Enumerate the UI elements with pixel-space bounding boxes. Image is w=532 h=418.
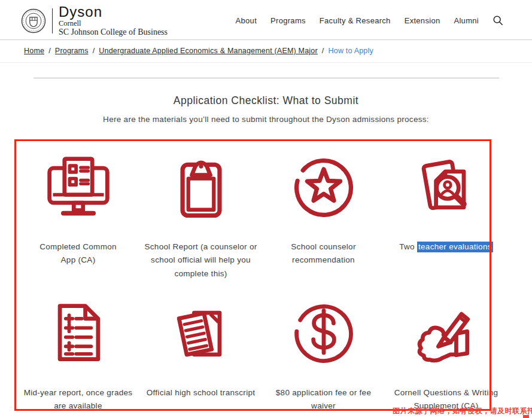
breadcrumb-divider xyxy=(0,62,532,63)
nav-item-extension[interactable]: Extension xyxy=(405,16,440,25)
logo-college: SC Johnson College of Business xyxy=(59,28,168,37)
watermark-fragment xyxy=(523,415,529,418)
checklist-caption: Mid-year report, once grades are availab… xyxy=(17,386,139,413)
checklist-item-common-app: Completed Common App (CA) xyxy=(17,153,139,299)
nav-item-faculty-research[interactable]: Faculty & Research xyxy=(320,16,391,25)
breadcrumb-programs[interactable]: Programs xyxy=(55,47,89,55)
header-divider xyxy=(0,39,532,40)
checklist-item-counselor-recommendation: School counselor recommendation xyxy=(262,153,385,299)
dyson-how-to-apply-page: Dyson Cornell SC Johnson College of Busi… xyxy=(0,0,532,418)
logo-university: Cornell xyxy=(59,19,168,28)
page-subtitle: Here are the materials you’ll need to su… xyxy=(0,115,532,124)
checklist-caption: School counselor recommendation xyxy=(281,240,366,267)
search-icon[interactable] xyxy=(493,15,503,26)
main-nav: About Programs Faculty & Research Extens… xyxy=(236,15,503,26)
checklist-item-writing-supplement: Cornell Questions & Writing Supplement (… xyxy=(385,299,507,413)
site-header: Dyson Cornell SC Johnson College of Busi… xyxy=(0,0,532,39)
checklist-item-midyear-report: Mid-year report, once grades are availab… xyxy=(17,299,139,413)
selected-text: teacher evaluations xyxy=(417,242,493,252)
dollar-circle-icon xyxy=(289,299,358,368)
caption-text: Two xyxy=(399,242,417,251)
checklist-caption: Completed Common App (CA) xyxy=(33,240,124,267)
nav-item-programs[interactable]: Programs xyxy=(270,16,306,25)
logo-brand: Dyson xyxy=(59,5,168,19)
checklist-item-teacher-evaluations: Two teacher evaluations xyxy=(385,153,507,299)
page-title: Application Checklist: What to Submit xyxy=(0,94,532,107)
checklist-caption: School Report (a counselor or school off… xyxy=(141,240,262,280)
clipboard-icon xyxy=(166,153,236,222)
checklist-item-transcript: Official high school transcript xyxy=(139,299,262,413)
document-search-icon xyxy=(412,153,481,222)
checklist-item-school-report: School Report (a counselor or school off… xyxy=(139,153,262,299)
checklist-item-application-fee: $80 application fee or fee waiver xyxy=(262,299,385,413)
watermark-text: 图片来源于网络，如有侵权，请及时联系托普仕留学删除 xyxy=(393,406,532,416)
breadcrumb-home[interactable]: Home xyxy=(24,47,44,55)
logo-text: Dyson Cornell SC Johnson College of Busi… xyxy=(59,5,168,37)
transcript-icon xyxy=(166,299,236,368)
breadcrumb-how-to-apply: How to Apply xyxy=(329,47,373,55)
breadcrumb-separator: / xyxy=(93,47,95,55)
breadcrumb-separator: / xyxy=(48,47,51,55)
star-circle-icon xyxy=(289,153,358,222)
dyson-logo[interactable]: Dyson Cornell SC Johnson College of Busi… xyxy=(20,5,168,37)
breadcrumb-separator: / xyxy=(322,47,324,55)
nav-item-alumni[interactable]: Alumni xyxy=(454,16,479,25)
logo-divider xyxy=(52,8,53,33)
breadcrumb-aem-major[interactable]: Undergraduate Applied Economics & Manage… xyxy=(99,47,318,55)
common-app-monitor-icon xyxy=(44,153,113,222)
checklist-caption: $80 application fee or fee waiver xyxy=(269,386,378,413)
content-divider xyxy=(34,78,499,78)
checklist-caption: Two teacher evaluations xyxy=(399,240,493,254)
nav-item-about[interactable]: About xyxy=(236,16,257,25)
checklist-caption: Official high school transcript xyxy=(147,386,256,399)
grades-list-icon xyxy=(44,299,113,368)
breadcrumb: Home / Programs / Undergraduate Applied … xyxy=(24,47,373,55)
checklist-grid: Completed Common App (CA) School Report … xyxy=(17,153,513,413)
hand-writing-icon xyxy=(412,299,481,368)
cornell-seal-icon xyxy=(20,7,47,35)
